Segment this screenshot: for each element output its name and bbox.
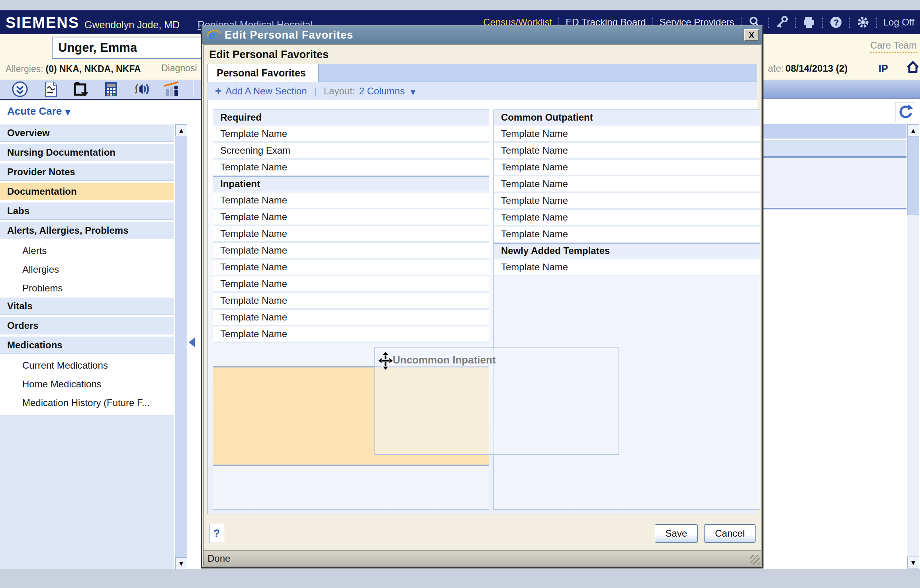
section-header-common-outpatient[interactable]: Common Outpatient — [494, 110, 760, 126]
perspective-selector[interactable]: Acute Care▼ — [0, 100, 188, 117]
section-header-inpatient[interactable]: Inpatient — [213, 176, 489, 193]
template-row[interactable]: Template Name — [213, 226, 489, 243]
close-icon[interactable]: X — [744, 29, 759, 41]
add-new-section-button[interactable]: + Add A New Section — [215, 85, 307, 98]
log-off-button[interactable]: Log Off — [883, 17, 914, 28]
dialog-button-row: ? Save Cancel — [204, 514, 761, 553]
template-row[interactable]: Template Name — [213, 243, 489, 260]
care-team-link[interactable]: Care Team — [870, 40, 917, 53]
scroll-up-icon[interactable]: ▲ — [175, 124, 187, 136]
patient-name-box[interactable]: Unger, Emma — [52, 37, 203, 59]
sidebar-item-vitals[interactable]: Vitals — [0, 297, 174, 315]
template-row[interactable]: Template Name — [494, 193, 760, 210]
scroll-down-icon[interactable]: ▼ — [175, 557, 187, 569]
scrollbar-thumb[interactable] — [907, 136, 919, 215]
top-gray-strip — [0, 0, 920, 10]
allergies-label: Allergies: — [6, 64, 43, 74]
layout-label: Layout: — [324, 86, 355, 97]
add-new-section-label: Add A New Section — [225, 86, 307, 97]
siemens-logo: SIEMENS — [6, 14, 79, 31]
template-row[interactable]: Template Name — [213, 193, 489, 209]
content-scrollbar[interactable]: ▲ ▼ — [907, 124, 919, 568]
cancel-button[interactable]: Cancel — [704, 524, 756, 543]
plus-icon: + — [215, 85, 221, 98]
calculator-icon[interactable] — [102, 80, 120, 98]
chevron-down-icon: ▼ — [65, 108, 70, 116]
allergies-line: Allergies:(0) NKA, NKDA, NKFA — [6, 64, 141, 74]
template-row[interactable]: Template Name — [213, 310, 489, 326]
template-row[interactable]: Template Name — [213, 293, 489, 310]
template-row[interactable]: Template Name — [213, 209, 489, 226]
help-icon[interactable]: ? — [829, 16, 843, 29]
sidebar-item-orders[interactable]: Orders — [0, 317, 174, 334]
perspective-label: Acute Care — [7, 105, 62, 117]
sidebar-item-medication-history-future-f[interactable]: Medication History (Future F... — [0, 393, 174, 412]
template-row[interactable]: Template Name — [494, 227, 760, 243]
results-chart-icon[interactable] — [162, 80, 181, 98]
sidebar: Acute Care▼ OverviewNursing Documentatio… — [0, 100, 188, 569]
key-icon[interactable] — [775, 16, 789, 29]
sidebar-item-problems[interactable]: Problems — [0, 279, 174, 297]
gear-icon[interactable] — [856, 16, 870, 29]
template-row[interactable]: Screening Exam — [213, 143, 489, 160]
scroll-up-icon[interactable]: ▲ — [907, 124, 919, 136]
template-row[interactable]: Template Name — [494, 176, 760, 193]
template-row[interactable]: Template Name — [213, 160, 489, 176]
collapse-panel-arrow-icon[interactable] — [189, 338, 195, 347]
template-row[interactable]: Template Name — [213, 260, 489, 276]
document-export-icon[interactable] — [41, 80, 60, 98]
help-button[interactable]: ? — [209, 524, 224, 543]
status-bar: Done — [204, 550, 761, 566]
actions-separator: | — [314, 86, 317, 97]
sidebar-item-documentation[interactable]: Documentation — [0, 183, 174, 200]
sidebar-scrollbar[interactable]: ▲ ▼ — [175, 124, 187, 569]
drag-ghost-label: Uncommon Inpatient — [393, 354, 496, 366]
sidebar-item-alerts[interactable]: Alerts — [0, 241, 174, 260]
sidebar-item-current-medications[interactable]: Current Medications — [0, 356, 174, 375]
save-button[interactable]: Save — [655, 524, 698, 543]
sidebar-item-medications[interactable]: Medications — [0, 336, 174, 354]
folder-download-icon[interactable] — [72, 80, 90, 98]
diagnosis-label: Diagnosi — [161, 63, 197, 74]
sidebar-item-allergies[interactable]: Allergies — [0, 260, 174, 279]
template-row[interactable]: Template Name — [494, 160, 760, 176]
expand-all-icon[interactable] — [11, 80, 29, 98]
section-header-newly-added-templates[interactable]: Newly Added Templates — [494, 243, 760, 260]
template-row[interactable]: Template Name — [213, 126, 489, 143]
move-cursor-icon — [378, 351, 393, 371]
nav-separator — [768, 17, 769, 28]
sidebar-item-provider-notes[interactable]: Provider Notes — [0, 163, 174, 181]
nav-separator — [849, 17, 850, 28]
layout-dropdown[interactable]: 2 Columns ▼ — [359, 86, 415, 97]
internet-explorer-icon: e — [206, 28, 221, 42]
sidebar-menu: OverviewNursing DocumentationProvider No… — [0, 124, 174, 569]
sidebar-item-home-medications[interactable]: Home Medications — [0, 375, 174, 393]
drag-ghost-section[interactable]: Uncommon Inpatient — [374, 347, 619, 455]
tab-personal-favorites[interactable]: Personal Favorites — [208, 64, 319, 82]
sidebar-item-labs[interactable]: Labs — [0, 202, 174, 220]
template-row[interactable]: Template Name — [213, 326, 489, 343]
date-label: ate: — [768, 63, 784, 74]
template-row[interactable]: Template Name — [494, 126, 760, 143]
dictation-audio-icon[interactable] — [132, 80, 151, 98]
template-row[interactable]: Template Name — [213, 276, 489, 293]
sidebar-item-nursing-documentation[interactable]: Nursing Documentation — [0, 144, 174, 161]
dialog-body: Edit Personal Favorites Personal Favorit… — [203, 44, 761, 567]
print-icon[interactable] — [802, 16, 816, 29]
sidebar-item-alerts-allergies-problems[interactable]: Alerts, Allergies, Problems — [0, 222, 174, 239]
dialog-titlebar[interactable]: e Edit Personal Favorites — [202, 26, 762, 44]
template-row[interactable]: Template Name — [494, 260, 760, 276]
refresh-button[interactable] — [895, 102, 915, 122]
sidebar-item-overview[interactable]: Overview — [0, 124, 174, 142]
template-row[interactable]: Template Name — [494, 210, 760, 227]
page-title: Edit Personal Favorites — [204, 45, 761, 64]
layout-value: 2 Columns — [359, 86, 405, 96]
home-icon[interactable] — [905, 59, 920, 75]
section-header-required[interactable]: Required — [213, 110, 489, 126]
date-value: 08/14/2013 (2) — [785, 63, 848, 74]
nav-separator — [876, 17, 877, 28]
resize-grip[interactable] — [750, 555, 759, 565]
scroll-down-icon[interactable]: ▼ — [907, 557, 919, 568]
edit-personal-favorites-dialog: e Edit Personal Favorites X Edit Persona… — [201, 25, 763, 568]
template-row[interactable]: Template Name — [494, 143, 760, 160]
